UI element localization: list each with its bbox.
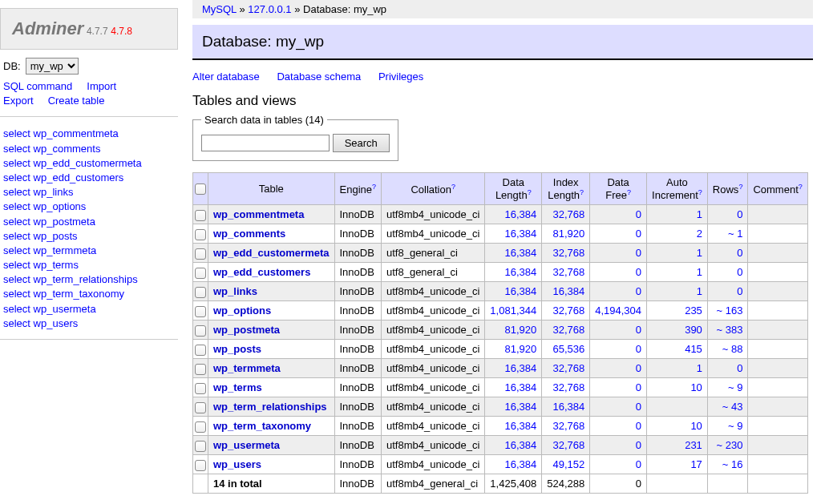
row-checkbox[interactable] xyxy=(195,325,206,337)
sidebar-table-link[interactable]: select wp_edd_customers xyxy=(3,171,123,183)
table-link[interactable]: wp_users xyxy=(213,458,261,470)
sidebar-tables: select wp_commentmetaselect wp_commentss… xyxy=(0,123,178,340)
row-checkbox[interactable] xyxy=(195,364,206,375)
db-actions: Alter database Database schema Privilege… xyxy=(192,71,813,83)
bc-host[interactable]: 127.0.0.1 xyxy=(248,3,291,15)
table-row: wp_termsInnoDButf8mb4_unicode_ci16,38432… xyxy=(193,378,808,397)
tables-table: Table Engine? Collation? Data Length? In… xyxy=(192,172,808,494)
table-row: wp_usersInnoDButf8mb4_unicode_ci16,38449… xyxy=(193,455,808,474)
table-row: wp_usermetaInnoDButf8mb4_unicode_ci16,38… xyxy=(193,436,808,455)
table-link[interactable]: wp_options xyxy=(213,304,271,317)
table-link[interactable]: wp_postmeta xyxy=(213,324,280,336)
sidebar-table-link[interactable]: select wp_options xyxy=(3,200,86,212)
sidebar-table-link[interactable]: select wp_posts xyxy=(3,230,78,242)
row-checkbox[interactable] xyxy=(195,287,206,298)
search-input[interactable] xyxy=(201,135,330,151)
table-row: wp_postmetaInnoDButf8mb4_unicode_ci81,92… xyxy=(193,321,808,340)
sidebar-table-link[interactable]: select wp_postmeta xyxy=(3,216,95,228)
table-link[interactable]: wp_term_relationships xyxy=(213,401,327,413)
sidebar-table-link[interactable]: select wp_term_taxonomy xyxy=(3,288,124,300)
sidebar-table-link[interactable]: select wp_links xyxy=(3,186,73,198)
sidebar-table-link[interactable]: select wp_usermeta xyxy=(3,303,96,315)
sidebar-table-link[interactable]: select wp_comments xyxy=(3,143,100,155)
row-checkbox[interactable] xyxy=(195,306,206,317)
breadcrumb: MySQL » 127.0.0.1 » Database: my_wp xyxy=(192,0,813,18)
search-button[interactable] xyxy=(333,134,390,152)
table-row: wp_term_relationshipsInnoDButf8mb4_unico… xyxy=(193,397,808,417)
row-checkbox[interactable] xyxy=(195,268,206,279)
table-link[interactable]: wp_termmeta xyxy=(213,362,281,374)
db-select[interactable]: my_wp xyxy=(26,58,79,75)
table-row: wp_linksInnoDButf8mb4_unicode_ci16,38416… xyxy=(193,282,808,301)
sidebar-table-link[interactable]: select wp_termmeta xyxy=(3,244,96,256)
table-footer: 14 in total InnoDB utf8mb4_general_ci 1,… xyxy=(193,474,808,494)
row-checkbox[interactable] xyxy=(195,402,206,413)
col-datafree: Data Free? xyxy=(590,173,647,205)
page-title: Database: my_wp xyxy=(192,25,813,60)
sidebar-table-link[interactable]: select wp_term_relationships xyxy=(3,273,138,285)
sidebar-table-link[interactable]: select wp_commentmeta xyxy=(3,127,119,139)
create-table-link[interactable]: Create table xyxy=(48,95,105,107)
row-checkbox[interactable] xyxy=(195,460,206,471)
bc-db: Database: my_wp xyxy=(303,3,386,15)
row-checkbox[interactable] xyxy=(195,421,206,433)
side-cmds: SQL command Import Export Create table xyxy=(3,79,175,108)
table-link[interactable]: wp_usermeta xyxy=(213,439,280,451)
row-checkbox[interactable] xyxy=(195,248,206,260)
table-row: wp_edd_customersInnoDButf8_general_ci16,… xyxy=(193,263,808,282)
table-link[interactable]: wp_edd_customers xyxy=(213,266,310,278)
logo: Adminer 4.7.7 4.7.8 xyxy=(0,8,178,50)
table-link[interactable]: wp_posts xyxy=(213,343,261,355)
search-fieldset: Search data in tables (14) xyxy=(192,114,398,161)
app-name: Adminer xyxy=(12,18,83,38)
table-row: wp_commentsInnoDButf8mb4_unicode_ci16,38… xyxy=(193,224,808,244)
sidebar-table-link[interactable]: select wp_users xyxy=(3,317,78,329)
db-selector: DB: my_wp SQL command Import Export Crea… xyxy=(0,54,178,117)
table-link[interactable]: wp_edd_customermeta xyxy=(213,247,330,259)
sidebar-table-link[interactable]: select wp_terms xyxy=(3,259,79,271)
row-checkbox[interactable] xyxy=(195,229,206,240)
table-row: wp_postsInnoDButf8mb4_unicode_ci81,92065… xyxy=(193,340,808,359)
schema-link[interactable]: Database schema xyxy=(277,71,361,83)
table-row: wp_commentmetaInnoDButf8mb4_unicode_ci16… xyxy=(193,205,808,224)
col-datalen: Data Length? xyxy=(485,173,542,205)
col-rows: Rows? xyxy=(707,173,748,205)
privileges-link[interactable]: Privileges xyxy=(378,71,423,83)
col-autoinc: Auto Increment? xyxy=(647,173,708,205)
table-link[interactable]: wp_commentmeta xyxy=(213,208,304,220)
col-indexlen: Index Length? xyxy=(542,173,590,205)
sidebar: Adminer 4.7.7 4.7.8 DB: my_wp SQL comman… xyxy=(0,0,178,346)
export-link[interactable]: Export xyxy=(3,95,34,107)
table-row: wp_termmetaInnoDButf8mb4_unicode_ci16,38… xyxy=(193,359,808,378)
row-checkbox[interactable] xyxy=(195,210,206,221)
search-legend: Search data in tables (14) xyxy=(201,114,327,126)
col-table: Table xyxy=(208,173,335,205)
app-new-version[interactable]: 4.7.8 xyxy=(111,26,132,37)
content: MySQL » 127.0.0.1 » Database: my_wp Data… xyxy=(184,0,821,504)
table-row: wp_edd_customermetaInnoDButf8_general_ci… xyxy=(193,244,808,263)
table-link[interactable]: wp_links xyxy=(213,285,257,297)
alter-db-link[interactable]: Alter database xyxy=(192,71,260,83)
db-label: DB: xyxy=(3,60,21,72)
table-link[interactable]: wp_term_taxonomy xyxy=(213,420,311,432)
table-row: wp_optionsInnoDButf8mb4_unicode_ci1,081,… xyxy=(193,301,808,321)
tables-heading: Tables and views xyxy=(192,93,813,109)
col-comment: Comment? xyxy=(748,173,807,205)
table-link[interactable]: wp_comments xyxy=(213,228,285,240)
sidebar-table-link[interactable]: select wp_edd_customermeta xyxy=(3,157,142,169)
table-link[interactable]: wp_terms xyxy=(213,381,262,393)
col-engine: Engine? xyxy=(334,173,382,205)
app-version: 4.7.7 xyxy=(87,26,108,37)
row-checkbox[interactable] xyxy=(195,441,206,452)
table-header-row: Table Engine? Collation? Data Length? In… xyxy=(193,173,808,205)
select-all-checkbox[interactable] xyxy=(195,183,206,195)
row-checkbox[interactable] xyxy=(195,345,206,356)
col-collation: Collation? xyxy=(382,173,485,205)
row-checkbox[interactable] xyxy=(195,383,206,394)
import-link[interactable]: Import xyxy=(87,80,116,92)
sql-command-link[interactable]: SQL command xyxy=(3,80,72,92)
bc-mysql[interactable]: MySQL xyxy=(202,3,237,15)
table-row: wp_term_taxonomyInnoDButf8mb4_unicode_ci… xyxy=(193,417,808,436)
